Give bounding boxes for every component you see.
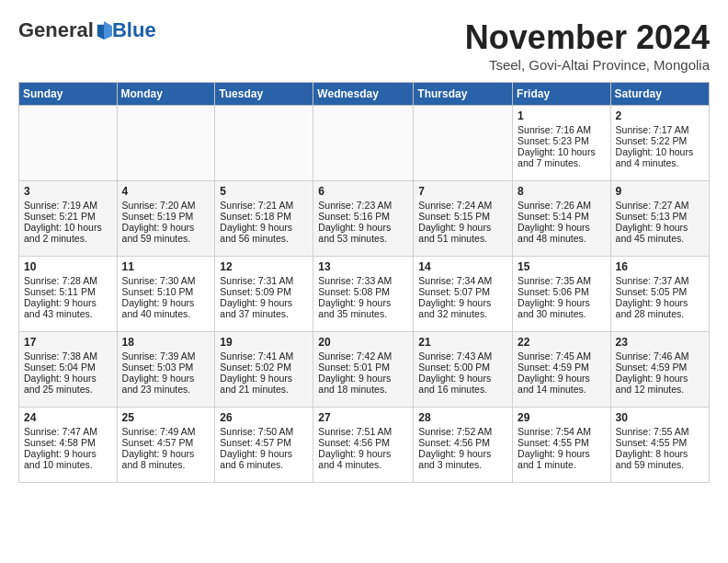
- day-info: Daylight: 9 hours and 53 minutes.: [318, 222, 408, 244]
- page-header: General Blue November 2024 Tseel, Govi-A…: [18, 18, 710, 73]
- day-info: Daylight: 10 hours and 7 minutes.: [518, 146, 606, 168]
- day-info: Daylight: 9 hours and 21 minutes.: [220, 373, 308, 395]
- calendar-day-13: 13Sunrise: 7:33 AMSunset: 5:08 PMDayligh…: [313, 257, 414, 332]
- day-info: Sunset: 5:19 PM: [122, 211, 210, 222]
- calendar-week-3: 10Sunrise: 7:28 AMSunset: 5:11 PMDayligh…: [19, 257, 710, 332]
- day-info: Daylight: 9 hours and 40 minutes.: [122, 297, 210, 319]
- day-info: Daylight: 9 hours and 6 minutes.: [220, 448, 308, 470]
- day-info: Sunrise: 7:42 AM: [318, 350, 408, 362]
- calendar-week-1: 1Sunrise: 7:16 AMSunset: 5:23 PMDaylight…: [19, 106, 710, 181]
- day-info: Daylight: 9 hours and 45 minutes.: [616, 222, 704, 244]
- day-info: Daylight: 9 hours and 18 minutes.: [318, 373, 408, 395]
- day-info: Sunrise: 7:27 AM: [616, 200, 704, 211]
- day-info: Sunset: 5:03 PM: [122, 362, 210, 373]
- calendar-day-26: 26Sunrise: 7:50 AMSunset: 4:57 PMDayligh…: [215, 408, 313, 483]
- calendar-day-27: 27Sunrise: 7:51 AMSunset: 4:56 PMDayligh…: [313, 408, 414, 483]
- weekday-header-monday: Monday: [117, 83, 215, 106]
- day-number: 17: [24, 336, 112, 349]
- weekday-header-row: SundayMondayTuesdayWednesdayThursdayFrid…: [19, 83, 710, 106]
- day-number: 23: [616, 336, 704, 349]
- day-number: 26: [220, 411, 308, 424]
- day-info: Sunset: 4:58 PM: [24, 437, 112, 448]
- day-info: Sunrise: 7:21 AM: [220, 200, 308, 211]
- day-number: 11: [122, 260, 210, 273]
- logo-general: General: [18, 18, 94, 42]
- day-info: Daylight: 9 hours and 3 minutes.: [418, 448, 507, 470]
- day-number: 1: [518, 109, 606, 122]
- day-number: 10: [24, 260, 112, 273]
- calendar-day-25: 25Sunrise: 7:49 AMSunset: 4:57 PMDayligh…: [117, 408, 215, 483]
- day-info: Sunrise: 7:55 AM: [616, 426, 704, 437]
- day-info: Sunset: 5:16 PM: [318, 211, 408, 222]
- calendar-day-14: 14Sunrise: 7:34 AMSunset: 5:07 PMDayligh…: [414, 257, 513, 332]
- day-info: Sunrise: 7:19 AM: [24, 200, 112, 211]
- day-info: Sunset: 5:00 PM: [418, 362, 507, 373]
- day-number: 7: [418, 185, 507, 198]
- day-number: 3: [24, 185, 112, 198]
- day-info: Sunrise: 7:51 AM: [318, 426, 408, 437]
- logo-blue: Blue: [112, 18, 156, 42]
- day-info: Daylight: 9 hours and 51 minutes.: [418, 222, 507, 244]
- calendar-day-11: 11Sunrise: 7:30 AMSunset: 5:10 PMDayligh…: [117, 257, 215, 332]
- calendar-week-4: 17Sunrise: 7:38 AMSunset: 5:04 PMDayligh…: [19, 332, 710, 408]
- calendar-empty-cell: [19, 106, 118, 181]
- day-info: Sunrise: 7:37 AM: [616, 275, 704, 286]
- day-number: 18: [122, 336, 210, 349]
- day-info: Sunset: 5:21 PM: [24, 211, 112, 222]
- logo: General Blue: [18, 18, 156, 42]
- logo-icon: [96, 21, 112, 40]
- day-info: Sunset: 4:57 PM: [122, 437, 210, 448]
- calendar-empty-cell: [117, 106, 215, 181]
- day-info: Sunset: 5:09 PM: [220, 286, 308, 297]
- day-info: Sunrise: 7:46 AM: [616, 350, 704, 362]
- weekday-header-sunday: Sunday: [19, 83, 118, 106]
- calendar-day-18: 18Sunrise: 7:39 AMSunset: 5:03 PMDayligh…: [117, 332, 215, 408]
- day-info: Sunset: 5:18 PM: [220, 211, 308, 222]
- day-info: Sunset: 5:07 PM: [418, 286, 507, 297]
- day-number: 2: [616, 109, 704, 122]
- day-number: 25: [122, 411, 210, 424]
- calendar-day-3: 3Sunrise: 7:19 AMSunset: 5:21 PMDaylight…: [19, 181, 118, 257]
- calendar-day-5: 5Sunrise: 7:21 AMSunset: 5:18 PMDaylight…: [215, 181, 313, 257]
- day-info: Sunrise: 7:23 AM: [318, 200, 408, 211]
- day-number: 5: [220, 185, 308, 198]
- svg-marker-1: [104, 21, 112, 40]
- day-info: Sunrise: 7:43 AM: [418, 350, 507, 362]
- calendar-day-8: 8Sunrise: 7:26 AMSunset: 5:14 PMDaylight…: [513, 181, 611, 257]
- day-info: Sunset: 5:02 PM: [220, 362, 308, 373]
- day-info: Sunrise: 7:34 AM: [418, 275, 507, 286]
- day-info: Sunrise: 7:39 AM: [122, 350, 210, 362]
- calendar-week-2: 3Sunrise: 7:19 AMSunset: 5:21 PMDaylight…: [19, 181, 710, 257]
- month-title: November 2024: [465, 18, 710, 57]
- day-info: Sunrise: 7:35 AM: [518, 275, 606, 286]
- day-info: Daylight: 9 hours and 4 minutes.: [318, 448, 408, 470]
- calendar-day-10: 10Sunrise: 7:28 AMSunset: 5:11 PMDayligh…: [19, 257, 118, 332]
- day-info: Sunrise: 7:20 AM: [122, 200, 210, 211]
- day-number: 16: [616, 260, 704, 273]
- day-info: Daylight: 9 hours and 10 minutes.: [24, 448, 112, 470]
- day-number: 24: [24, 411, 112, 424]
- calendar-day-17: 17Sunrise: 7:38 AMSunset: 5:04 PMDayligh…: [19, 332, 118, 408]
- day-info: Sunset: 5:14 PM: [518, 211, 606, 222]
- calendar-day-20: 20Sunrise: 7:42 AMSunset: 5:01 PMDayligh…: [313, 332, 414, 408]
- day-number: 28: [418, 411, 507, 424]
- day-info: Daylight: 9 hours and 25 minutes.: [24, 373, 112, 395]
- calendar-day-4: 4Sunrise: 7:20 AMSunset: 5:19 PMDaylight…: [117, 181, 215, 257]
- calendar-day-2: 2Sunrise: 7:17 AMSunset: 5:22 PMDaylight…: [610, 106, 709, 181]
- weekday-header-friday: Friday: [513, 83, 611, 106]
- day-info: Sunset: 5:11 PM: [24, 286, 112, 297]
- weekday-header-tuesday: Tuesday: [215, 83, 313, 106]
- day-info: Sunrise: 7:31 AM: [220, 275, 308, 286]
- day-info: Daylight: 9 hours and 30 minutes.: [518, 297, 606, 319]
- day-number: 4: [122, 185, 210, 198]
- day-number: 6: [318, 185, 408, 198]
- day-number: 19: [220, 336, 308, 349]
- calendar-day-15: 15Sunrise: 7:35 AMSunset: 5:06 PMDayligh…: [513, 257, 611, 332]
- day-info: Daylight: 9 hours and 37 minutes.: [220, 297, 308, 319]
- calendar-day-22: 22Sunrise: 7:45 AMSunset: 4:59 PMDayligh…: [513, 332, 611, 408]
- day-info: Sunset: 4:57 PM: [220, 437, 308, 448]
- calendar-day-23: 23Sunrise: 7:46 AMSunset: 4:59 PMDayligh…: [610, 332, 709, 408]
- day-info: Sunset: 4:55 PM: [616, 437, 704, 448]
- day-info: Sunset: 4:56 PM: [318, 437, 408, 448]
- day-info: Daylight: 9 hours and 23 minutes.: [122, 373, 210, 395]
